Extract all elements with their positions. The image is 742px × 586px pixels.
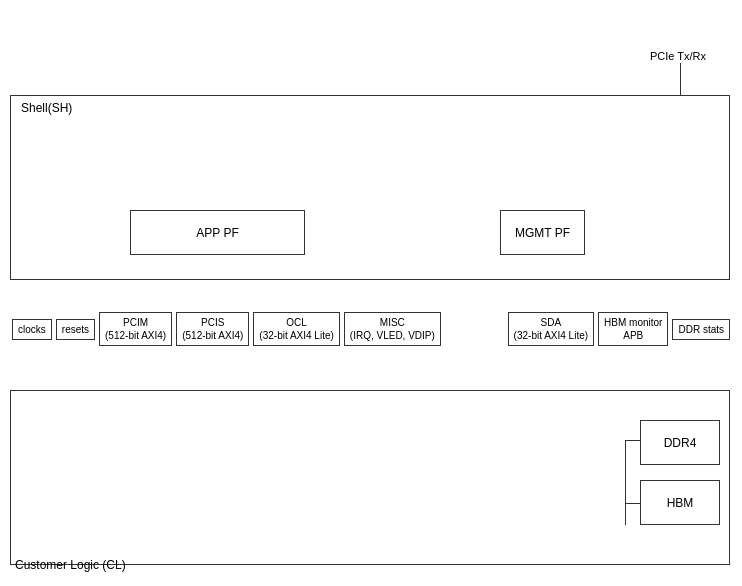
sda-signal: SDA (32-bit AXI4 Lite) — [508, 312, 594, 346]
hbm-monitor-signal: HBM monitor APB — [598, 312, 668, 346]
cl-box — [10, 390, 730, 565]
misc-signal: MISC (IRQ, VLED, VDIP) — [344, 312, 441, 346]
cl-inner-line-hbm — [625, 503, 640, 504]
mgmt-pf-box: MGMT PF — [500, 210, 585, 255]
app-pf-box: APP PF — [130, 210, 305, 255]
shell-box: Shell(SH) — [10, 95, 730, 280]
pcim-signal: PCIM (512-bit AXI4) — [99, 312, 172, 346]
ocl-signal: OCL (32-bit AXI4 Lite) — [253, 312, 339, 346]
pcie-txrx-label: PCIe Tx/Rx — [650, 50, 706, 62]
pcis-signal: PCIS (512-bit AXI4) — [176, 312, 249, 346]
hbm-label: HBM — [667, 496, 694, 510]
bus-area: clocks resets PCIM (512-bit AXI4) PCIS (… — [0, 295, 742, 363]
hbm-box: HBM — [640, 480, 720, 525]
mgmt-pf-label: MGMT PF — [515, 226, 570, 240]
resets-signal: resets — [56, 319, 95, 340]
cl-inner-line-ddr4 — [625, 440, 640, 441]
cl-inner-line-v — [625, 440, 626, 525]
shell-label: Shell(SH) — [21, 101, 72, 115]
ddr4-box: DDR4 — [640, 420, 720, 465]
ddr4-label: DDR4 — [664, 436, 697, 450]
clocks-signal: clocks — [12, 319, 52, 340]
app-pf-label: APP PF — [196, 226, 238, 240]
ddr-stats-signal: DDR stats — [672, 319, 730, 340]
cl-label: Customer Logic (CL) — [15, 558, 126, 572]
